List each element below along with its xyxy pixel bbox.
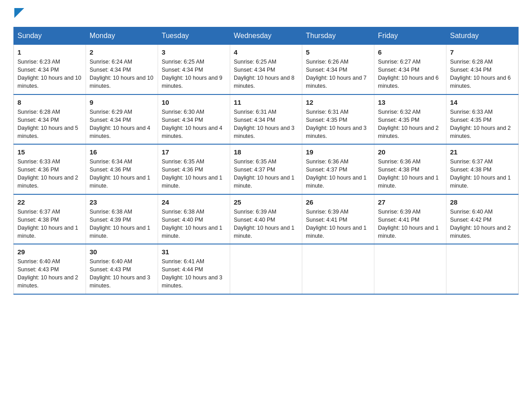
calendar-cell: 22 Sunrise: 6:37 AMSunset: 4:38 PMDaylig… bbox=[14, 194, 86, 244]
day-number: 5 bbox=[306, 48, 370, 56]
calendar-cell bbox=[374, 244, 446, 294]
day-number: 1 bbox=[17, 48, 82, 56]
day-info: Sunrise: 6:38 AMSunset: 4:40 PMDaylight:… bbox=[162, 209, 223, 239]
day-info: Sunrise: 6:28 AMSunset: 4:34 PMDaylight:… bbox=[450, 59, 511, 89]
calendar-cell: 2 Sunrise: 6:24 AMSunset: 4:34 PMDayligh… bbox=[86, 45, 158, 94]
day-number: 14 bbox=[450, 98, 515, 106]
day-info: Sunrise: 6:24 AMSunset: 4:34 PMDaylight:… bbox=[90, 59, 153, 89]
calendar-cell: 4 Sunrise: 6:25 AMSunset: 4:34 PMDayligh… bbox=[230, 45, 302, 94]
day-number: 30 bbox=[90, 248, 154, 256]
day-info: Sunrise: 6:34 AMSunset: 4:36 PMDaylight:… bbox=[90, 158, 150, 189]
calendar-header-row: SundayMondayTuesdayWednesdayThursdayFrid… bbox=[14, 27, 519, 45]
day-number: 24 bbox=[162, 198, 226, 206]
day-info: Sunrise: 6:41 AMSunset: 4:44 PMDaylight:… bbox=[162, 258, 223, 289]
weekday-header-wednesday: Wednesday bbox=[230, 27, 302, 45]
calendar-cell: 21 Sunrise: 6:37 AMSunset: 4:38 PMDaylig… bbox=[446, 144, 519, 194]
day-number: 23 bbox=[90, 198, 154, 206]
day-number: 8 bbox=[17, 98, 82, 106]
day-number: 19 bbox=[306, 148, 370, 156]
calendar-cell bbox=[302, 244, 374, 294]
weekday-header-monday: Monday bbox=[86, 27, 158, 45]
calendar-cell: 19 Sunrise: 6:36 AMSunset: 4:37 PMDaylig… bbox=[302, 144, 374, 194]
calendar-cell bbox=[446, 244, 519, 294]
day-number: 29 bbox=[17, 248, 82, 256]
day-info: Sunrise: 6:23 AMSunset: 4:34 PMDaylight:… bbox=[17, 59, 81, 89]
day-info: Sunrise: 6:33 AMSunset: 4:36 PMDaylight:… bbox=[17, 158, 78, 189]
calendar-cell: 6 Sunrise: 6:27 AMSunset: 4:34 PMDayligh… bbox=[374, 45, 446, 94]
day-number: 4 bbox=[234, 48, 298, 56]
calendar-cell: 23 Sunrise: 6:38 AMSunset: 4:39 PMDaylig… bbox=[86, 194, 158, 244]
day-info: Sunrise: 6:39 AMSunset: 4:40 PMDaylight:… bbox=[234, 209, 295, 239]
day-number: 18 bbox=[234, 148, 298, 156]
day-number: 11 bbox=[234, 98, 298, 106]
day-info: Sunrise: 6:25 AMSunset: 4:34 PMDaylight:… bbox=[162, 59, 223, 89]
day-info: Sunrise: 6:31 AMSunset: 4:35 PMDaylight:… bbox=[306, 109, 367, 139]
weekday-header-saturday: Saturday bbox=[446, 27, 519, 45]
day-info: Sunrise: 6:27 AMSunset: 4:34 PMDaylight:… bbox=[378, 59, 439, 89]
calendar-week-row: 29 Sunrise: 6:40 AMSunset: 4:43 PMDaylig… bbox=[14, 244, 519, 294]
calendar-cell: 13 Sunrise: 6:32 AMSunset: 4:35 PMDaylig… bbox=[374, 94, 446, 145]
calendar-cell: 16 Sunrise: 6:34 AMSunset: 4:36 PMDaylig… bbox=[86, 144, 158, 194]
calendar-table: SundayMondayTuesdayWednesdayThursdayFrid… bbox=[13, 27, 519, 295]
calendar-cell: 25 Sunrise: 6:39 AMSunset: 4:40 PMDaylig… bbox=[230, 194, 302, 244]
svg-marker-0 bbox=[14, 8, 24, 18]
day-info: Sunrise: 6:33 AMSunset: 4:35 PMDaylight:… bbox=[450, 109, 511, 139]
day-number: 21 bbox=[450, 148, 515, 156]
calendar-cell: 24 Sunrise: 6:38 AMSunset: 4:40 PMDaylig… bbox=[158, 194, 230, 244]
calendar-week-row: 1 Sunrise: 6:23 AMSunset: 4:34 PMDayligh… bbox=[14, 45, 519, 94]
page-header bbox=[13, 9, 519, 18]
day-number: 7 bbox=[450, 48, 515, 56]
calendar-cell: 26 Sunrise: 6:39 AMSunset: 4:41 PMDaylig… bbox=[302, 194, 374, 244]
day-number: 13 bbox=[378, 98, 442, 106]
calendar-cell: 7 Sunrise: 6:28 AMSunset: 4:34 PMDayligh… bbox=[446, 45, 519, 94]
day-info: Sunrise: 6:36 AMSunset: 4:37 PMDaylight:… bbox=[306, 158, 367, 189]
calendar-cell: 8 Sunrise: 6:28 AMSunset: 4:34 PMDayligh… bbox=[14, 94, 86, 145]
weekday-header-tuesday: Tuesday bbox=[158, 27, 230, 45]
calendar-cell: 28 Sunrise: 6:40 AMSunset: 4:42 PMDaylig… bbox=[446, 194, 519, 244]
day-info: Sunrise: 6:35 AMSunset: 4:36 PMDaylight:… bbox=[162, 158, 223, 189]
day-number: 20 bbox=[378, 148, 442, 156]
calendar-cell: 20 Sunrise: 6:36 AMSunset: 4:38 PMDaylig… bbox=[374, 144, 446, 194]
day-number: 12 bbox=[306, 98, 370, 106]
calendar-cell: 29 Sunrise: 6:40 AMSunset: 4:43 PMDaylig… bbox=[14, 244, 86, 294]
day-info: Sunrise: 6:40 AMSunset: 4:43 PMDaylight:… bbox=[17, 258, 78, 289]
logo-triangle-icon bbox=[14, 8, 24, 18]
calendar-week-row: 22 Sunrise: 6:37 AMSunset: 4:38 PMDaylig… bbox=[14, 194, 519, 244]
day-info: Sunrise: 6:25 AMSunset: 4:34 PMDaylight:… bbox=[234, 59, 295, 89]
calendar-cell: 30 Sunrise: 6:40 AMSunset: 4:43 PMDaylig… bbox=[86, 244, 158, 294]
day-info: Sunrise: 6:37 AMSunset: 4:38 PMDaylight:… bbox=[17, 209, 78, 239]
day-info: Sunrise: 6:36 AMSunset: 4:38 PMDaylight:… bbox=[378, 158, 439, 189]
day-info: Sunrise: 6:40 AMSunset: 4:43 PMDaylight:… bbox=[90, 258, 150, 289]
day-info: Sunrise: 6:35 AMSunset: 4:37 PMDaylight:… bbox=[234, 158, 295, 189]
calendar-cell: 17 Sunrise: 6:35 AMSunset: 4:36 PMDaylig… bbox=[158, 144, 230, 194]
day-number: 22 bbox=[17, 198, 82, 206]
calendar-cell: 3 Sunrise: 6:25 AMSunset: 4:34 PMDayligh… bbox=[158, 45, 230, 94]
day-number: 26 bbox=[306, 198, 370, 206]
calendar-cell: 10 Sunrise: 6:30 AMSunset: 4:34 PMDaylig… bbox=[158, 94, 230, 145]
calendar-cell: 9 Sunrise: 6:29 AMSunset: 4:34 PMDayligh… bbox=[86, 94, 158, 145]
calendar-week-row: 8 Sunrise: 6:28 AMSunset: 4:34 PMDayligh… bbox=[14, 94, 519, 145]
calendar-cell: 15 Sunrise: 6:33 AMSunset: 4:36 PMDaylig… bbox=[14, 144, 86, 194]
calendar-cell: 5 Sunrise: 6:26 AMSunset: 4:34 PMDayligh… bbox=[302, 45, 374, 94]
day-number: 3 bbox=[162, 48, 226, 56]
calendar-cell: 11 Sunrise: 6:31 AMSunset: 4:34 PMDaylig… bbox=[230, 94, 302, 145]
weekday-header-sunday: Sunday bbox=[14, 27, 86, 45]
day-info: Sunrise: 6:30 AMSunset: 4:34 PMDaylight:… bbox=[162, 109, 223, 139]
day-number: 2 bbox=[90, 48, 154, 56]
calendar-cell: 31 Sunrise: 6:41 AMSunset: 4:44 PMDaylig… bbox=[158, 244, 230, 294]
day-number: 6 bbox=[378, 48, 442, 56]
day-number: 31 bbox=[162, 248, 226, 256]
day-number: 25 bbox=[234, 198, 298, 206]
day-info: Sunrise: 6:28 AMSunset: 4:34 PMDaylight:… bbox=[17, 109, 78, 139]
calendar-cell: 1 Sunrise: 6:23 AMSunset: 4:34 PMDayligh… bbox=[14, 45, 86, 94]
day-info: Sunrise: 6:32 AMSunset: 4:35 PMDaylight:… bbox=[378, 109, 439, 139]
day-number: 10 bbox=[162, 98, 226, 106]
calendar-cell: 14 Sunrise: 6:33 AMSunset: 4:35 PMDaylig… bbox=[446, 94, 519, 145]
calendar-cell: 12 Sunrise: 6:31 AMSunset: 4:35 PMDaylig… bbox=[302, 94, 374, 145]
calendar-week-row: 15 Sunrise: 6:33 AMSunset: 4:36 PMDaylig… bbox=[14, 144, 519, 194]
calendar-cell: 27 Sunrise: 6:39 AMSunset: 4:41 PMDaylig… bbox=[374, 194, 446, 244]
day-info: Sunrise: 6:39 AMSunset: 4:41 PMDaylight:… bbox=[378, 209, 439, 239]
day-number: 15 bbox=[17, 148, 82, 156]
day-info: Sunrise: 6:40 AMSunset: 4:42 PMDaylight:… bbox=[450, 209, 511, 239]
day-info: Sunrise: 6:26 AMSunset: 4:34 PMDaylight:… bbox=[306, 59, 367, 89]
